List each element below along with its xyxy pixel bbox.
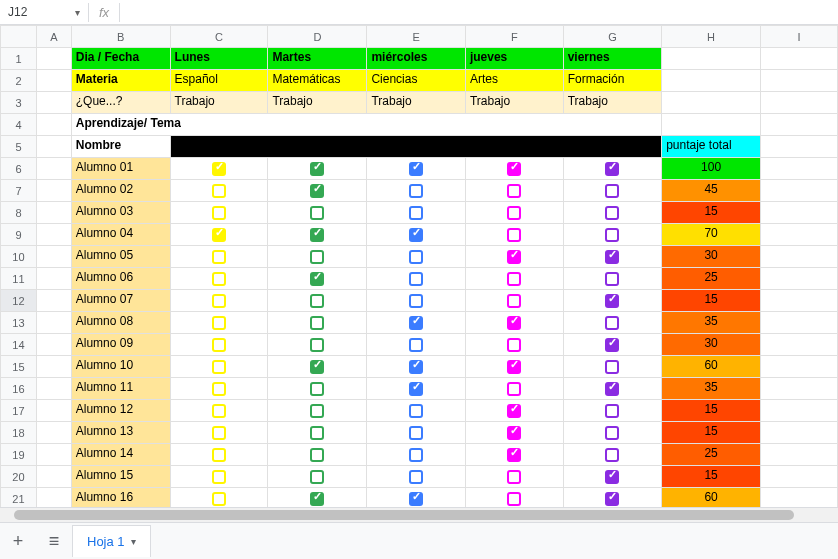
- cell-checkbox[interactable]: [170, 180, 268, 202]
- checkbox-icon[interactable]: [507, 448, 521, 462]
- cell[interactable]: [761, 202, 838, 224]
- checkbox-icon[interactable]: [409, 448, 423, 462]
- checkbox-icon[interactable]: [212, 316, 226, 330]
- cell[interactable]: [36, 378, 71, 400]
- checkbox-icon[interactable]: [605, 382, 619, 396]
- checkbox-icon[interactable]: [212, 338, 226, 352]
- cell-checkbox[interactable]: [367, 246, 465, 268]
- cell-checkbox[interactable]: [563, 400, 661, 422]
- checkbox-icon[interactable]: [212, 404, 226, 418]
- cell-checkbox[interactable]: [465, 466, 563, 488]
- checkbox-icon[interactable]: [409, 162, 423, 176]
- checkbox-icon[interactable]: [212, 272, 226, 286]
- cell[interactable]: Martes: [268, 48, 367, 70]
- checkbox-icon[interactable]: [605, 492, 619, 506]
- cell[interactable]: Aprendizaje/ Tema: [71, 114, 661, 136]
- cell[interactable]: Trabajo: [563, 92, 661, 114]
- fx-icon[interactable]: fx: [88, 3, 120, 22]
- row-header-3[interactable]: 3: [1, 92, 37, 114]
- checkbox-icon[interactable]: [212, 184, 226, 198]
- checkbox-icon[interactable]: [605, 184, 619, 198]
- cell-checkbox[interactable]: [170, 488, 268, 508]
- cell[interactable]: [761, 158, 838, 180]
- checkbox-icon[interactable]: [310, 272, 324, 286]
- select-all-corner[interactable]: [1, 26, 37, 48]
- score-cell[interactable]: 30: [662, 246, 761, 268]
- cell-checkbox[interactable]: [268, 180, 367, 202]
- checkbox-icon[interactable]: [212, 206, 226, 220]
- cell[interactable]: [36, 70, 71, 92]
- column-header-G[interactable]: G: [563, 26, 661, 48]
- score-cell[interactable]: 15: [662, 400, 761, 422]
- cell[interactable]: [761, 48, 838, 70]
- cell-checkbox[interactable]: [367, 378, 465, 400]
- cell-checkbox[interactable]: [367, 488, 465, 508]
- cell[interactable]: [761, 180, 838, 202]
- spreadsheet-grid[interactable]: ABCDEFGHI1Dia / FechaLunesMartesmiércole…: [0, 25, 838, 507]
- cell[interactable]: Alumno 09: [71, 334, 170, 356]
- cell-checkbox[interactable]: [367, 268, 465, 290]
- cell-checkbox[interactable]: [367, 334, 465, 356]
- cell-checkbox[interactable]: [268, 356, 367, 378]
- checkbox-icon[interactable]: [212, 228, 226, 242]
- checkbox-icon[interactable]: [409, 184, 423, 198]
- row-header-7[interactable]: 7: [1, 180, 37, 202]
- cell-checkbox[interactable]: [563, 158, 661, 180]
- row-header-15[interactable]: 15: [1, 356, 37, 378]
- cell[interactable]: [36, 48, 71, 70]
- checkbox-icon[interactable]: [605, 272, 619, 286]
- row-header-14[interactable]: 14: [1, 334, 37, 356]
- checkbox-icon[interactable]: [409, 316, 423, 330]
- checkbox-icon[interactable]: [212, 492, 226, 506]
- score-cell[interactable]: 100: [662, 158, 761, 180]
- column-header-F[interactable]: F: [465, 26, 563, 48]
- cell[interactable]: Materia: [71, 70, 170, 92]
- column-header-C[interactable]: C: [170, 26, 268, 48]
- cell-checkbox[interactable]: [367, 224, 465, 246]
- checkbox-icon[interactable]: [605, 206, 619, 220]
- checkbox-icon[interactable]: [409, 360, 423, 374]
- cell[interactable]: [36, 114, 71, 136]
- checkbox-icon[interactable]: [507, 272, 521, 286]
- horizontal-scrollbar[interactable]: [0, 507, 838, 522]
- checkbox-icon[interactable]: [507, 316, 521, 330]
- cell[interactable]: Alumno 10: [71, 356, 170, 378]
- cell-checkbox[interactable]: [268, 466, 367, 488]
- cell-checkbox[interactable]: [268, 312, 367, 334]
- cell-checkbox[interactable]: [465, 290, 563, 312]
- cell-checkbox[interactable]: [170, 224, 268, 246]
- cell-checkbox[interactable]: [563, 378, 661, 400]
- cell[interactable]: Alumno 13: [71, 422, 170, 444]
- cell[interactable]: [761, 356, 838, 378]
- checkbox-icon[interactable]: [310, 294, 324, 308]
- cell[interactable]: Alumno 16: [71, 488, 170, 508]
- row-header-19[interactable]: 19: [1, 444, 37, 466]
- cell[interactable]: Alumno 01: [71, 158, 170, 180]
- checkbox-icon[interactable]: [605, 426, 619, 440]
- cell[interactable]: [36, 290, 71, 312]
- row-header-8[interactable]: 8: [1, 202, 37, 224]
- cell[interactable]: [36, 334, 71, 356]
- cell[interactable]: [36, 422, 71, 444]
- checkbox-icon[interactable]: [212, 382, 226, 396]
- cell-checkbox[interactable]: [268, 246, 367, 268]
- cell-checkbox[interactable]: [465, 444, 563, 466]
- row-header-16[interactable]: 16: [1, 378, 37, 400]
- cell-checkbox[interactable]: [268, 224, 367, 246]
- row-header-13[interactable]: 13: [1, 312, 37, 334]
- cell[interactable]: [761, 268, 838, 290]
- checkbox-icon[interactable]: [310, 404, 324, 418]
- checkbox-icon[interactable]: [507, 426, 521, 440]
- cell-checkbox[interactable]: [563, 268, 661, 290]
- cell-checkbox[interactable]: [465, 378, 563, 400]
- checkbox-icon[interactable]: [409, 250, 423, 264]
- cell-checkbox[interactable]: [465, 180, 563, 202]
- cell[interactable]: Lunes: [170, 48, 268, 70]
- checkbox-icon[interactable]: [507, 206, 521, 220]
- cell-checkbox[interactable]: [465, 334, 563, 356]
- cell-checkbox[interactable]: [170, 202, 268, 224]
- cell[interactable]: [36, 466, 71, 488]
- checkbox-icon[interactable]: [507, 250, 521, 264]
- checkbox-icon[interactable]: [507, 492, 521, 506]
- name-box[interactable]: J12 ▾: [0, 3, 88, 21]
